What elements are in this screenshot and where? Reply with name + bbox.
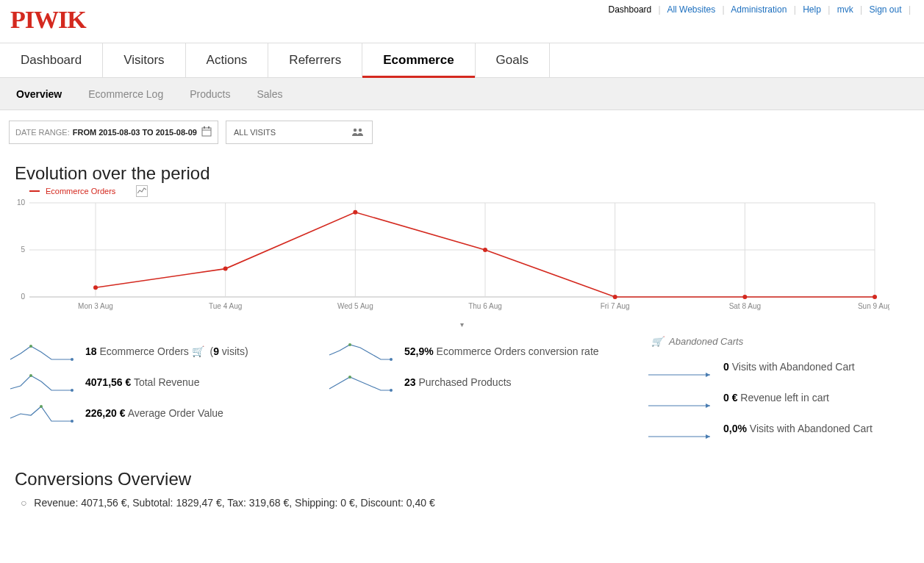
- svg-point-38: [71, 420, 74, 423]
- svg-point-37: [40, 405, 43, 408]
- sparkline: [647, 387, 713, 409]
- svg-point-4: [354, 129, 357, 132]
- svg-text:Sun 9 Aug: Sun 9 Aug: [858, 302, 889, 310]
- stat-label: Total Revenue: [134, 376, 200, 388]
- sparkline: [328, 340, 394, 362]
- svg-rect-2: [204, 126, 205, 129]
- control-row: DATE RANGE: FROM 2015-08-03 TO 2015-08-0…: [0, 110, 924, 150]
- cart-check-icon: 🛒: [192, 345, 204, 357]
- segment-selector[interactable]: ALL VISITS: [226, 121, 373, 144]
- sparkline: [9, 371, 75, 393]
- svg-point-5: [359, 129, 362, 132]
- subtab-sales[interactable]: Sales: [243, 79, 296, 109]
- stat-value: 18: [85, 345, 97, 357]
- svg-text:Wed 5 Aug: Wed 5 Aug: [337, 302, 373, 310]
- evolution-chart-svg: 0510Mon 3 AugTue 4 AugWed 5 AugThu 6 Aug…: [7, 190, 889, 318]
- chart-collapse-toggle[interactable]: ▾: [0, 320, 924, 329]
- calendar-icon: [201, 126, 212, 138]
- svg-point-42: [390, 389, 393, 392]
- chart-title: Evolution over the period: [15, 163, 924, 184]
- separator: |: [860, 4, 862, 15]
- conversions-title: Conversions Overview: [15, 469, 924, 490]
- tab-goals[interactable]: Goals: [476, 43, 550, 77]
- svg-point-39: [348, 343, 351, 346]
- stat-ecommerce-orders: 18 Ecommerce Orders 🛒 (9 visits): [9, 336, 318, 367]
- stat-value: 23: [404, 376, 416, 388]
- svg-text:Tue 4 Aug: Tue 4 Aug: [209, 302, 242, 310]
- stats-grid: 18 Ecommerce Orders 🛒 (9 visits) 4071,56…: [0, 333, 924, 444]
- stat-purchased-products: 23 Purchased Products: [328, 367, 637, 398]
- svg-text:Fri 7 Aug: Fri 7 Aug: [601, 302, 630, 310]
- svg-point-30: [613, 295, 617, 299]
- evolution-chart: Ecommerce Orders 0510Mon 3 AugTue 4 AugW…: [7, 190, 911, 318]
- topmenu-help[interactable]: Help: [803, 4, 821, 15]
- topmenu-all-websites[interactable]: All Websites: [667, 4, 715, 15]
- chart-legend: Ecommerce Orders: [29, 185, 148, 197]
- svg-point-41: [348, 376, 351, 379]
- separator: |: [723, 4, 725, 15]
- abandoned-carts-title: Abandoned Carts: [669, 336, 743, 347]
- svg-marker-45: [706, 434, 710, 439]
- topmenu-user[interactable]: mvk: [837, 4, 853, 15]
- sub-tabs: Overview Ecommerce Log Products Sales: [0, 78, 924, 110]
- subtab-products[interactable]: Products: [176, 79, 243, 109]
- tab-ecommerce[interactable]: Ecommerce: [362, 43, 475, 77]
- stat-average-order-value: 226,20 € Average Order Value: [9, 398, 318, 428]
- svg-point-32: [873, 295, 877, 299]
- svg-text:0: 0: [21, 293, 25, 301]
- separator: |: [659, 4, 661, 15]
- stat-value: 0 €: [723, 392, 737, 404]
- svg-point-27: [223, 267, 228, 271]
- stat-label: Ecommerce Orders conversion rate: [437, 345, 599, 357]
- svg-marker-43: [706, 373, 710, 377]
- stat-conversion-rate: 52,9% Ecommerce Orders conversion rate: [328, 336, 637, 367]
- stat-label: Visits with Abandoned Cart: [732, 361, 855, 373]
- topmenu-administration[interactable]: Administration: [731, 4, 787, 15]
- chart-type-icon[interactable]: [136, 185, 148, 197]
- tab-referrers[interactable]: Referrers: [268, 43, 362, 77]
- subtab-overview[interactable]: Overview: [3, 79, 75, 109]
- topmenu-sign-out[interactable]: Sign out: [869, 4, 901, 15]
- tab-dashboard[interactable]: Dashboard: [0, 43, 103, 77]
- subtab-ecommerce-log[interactable]: Ecommerce Log: [75, 79, 176, 109]
- svg-point-31: [742, 295, 747, 299]
- legend-label: Ecommerce Orders: [46, 187, 115, 196]
- tab-actions[interactable]: Actions: [186, 43, 269, 77]
- stat-visits-value: 9: [213, 345, 219, 357]
- date-range-selector[interactable]: DATE RANGE: FROM 2015-08-03 TO 2015-08-0…: [9, 121, 218, 144]
- separator: |: [828, 4, 830, 15]
- separator: |: [794, 4, 796, 15]
- people-icon: [351, 127, 365, 137]
- svg-point-35: [29, 374, 32, 377]
- svg-text:Sat 8 Aug: Sat 8 Aug: [729, 302, 761, 310]
- main-tabs: Dashboard Visitors Actions Referrers Eco…: [0, 43, 924, 78]
- topmenu-dashboard[interactable]: Dashboard: [609, 4, 652, 15]
- svg-point-33: [29, 345, 32, 348]
- tab-visitors[interactable]: Visitors: [103, 43, 185, 77]
- bullet-icon: ○: [21, 497, 26, 509]
- sparkline: [647, 417, 713, 440]
- sparkline: [328, 371, 394, 393]
- svg-text:10: 10: [17, 198, 26, 207]
- segment-label: ALL VISITS: [234, 128, 276, 137]
- stat-value: 52,9%: [404, 345, 434, 357]
- date-range-value: FROM 2015-08-03 TO 2015-08-09: [73, 128, 197, 137]
- abandoned-cart-icon: 🛒: [651, 336, 663, 347]
- legend-line-icon: [29, 190, 40, 192]
- svg-point-36: [71, 389, 74, 392]
- stat-label: Revenue left in cart: [740, 392, 829, 404]
- stat-label: Average Order Value: [128, 407, 223, 419]
- stat-value: 0: [723, 361, 729, 373]
- svg-text:Mon 3 Aug: Mon 3 Aug: [78, 302, 113, 310]
- conversions-summary-text: Revenue: 4071,56 €, Subtotal: 1829,47 €,…: [34, 497, 434, 509]
- stat-value: 4071,56 €: [85, 376, 131, 388]
- stat-abandoned-pct: 0,0% Visits with Abandoned Cart: [647, 413, 924, 444]
- svg-text:Thu 6 Aug: Thu 6 Aug: [468, 302, 502, 310]
- conversions-summary: ○ Revenue: 4071,56 €, Subtotal: 1829,47 …: [0, 495, 924, 509]
- svg-point-34: [71, 358, 74, 361]
- abandoned-carts-heading: 🛒 Abandoned Carts: [647, 336, 924, 347]
- svg-point-29: [483, 248, 487, 252]
- svg-text:5: 5: [21, 245, 25, 254]
- sparkline: [647, 356, 713, 378]
- date-range-label: DATE RANGE:: [15, 128, 70, 137]
